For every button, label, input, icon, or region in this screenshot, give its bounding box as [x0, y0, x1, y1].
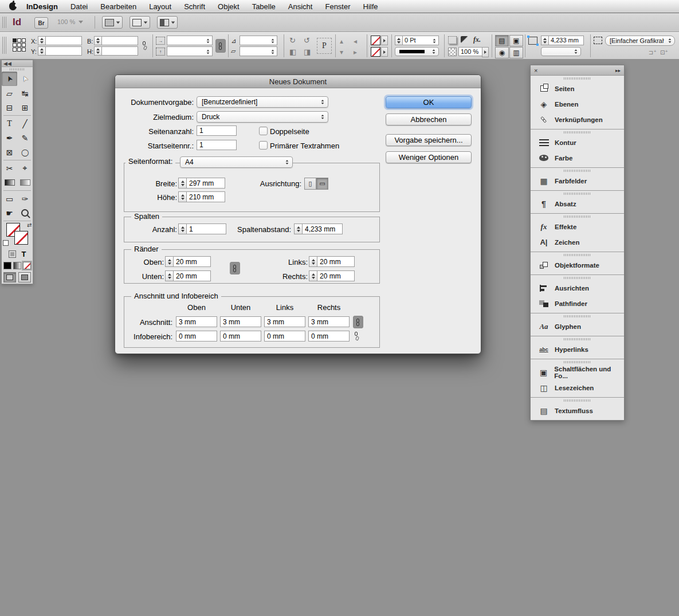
bleed-right-field[interactable]: [308, 316, 350, 327]
menu-layout[interactable]: Layout: [143, 0, 178, 13]
corner-radius-field[interactable]: 4,233 mm: [548, 36, 584, 45]
dialog-title-bar[interactable]: Neues Dokument: [115, 75, 481, 88]
group-grip[interactable]: [531, 130, 624, 135]
wrap-none-button[interactable]: ▤: [495, 35, 509, 46]
apply-gradient-button[interactable]: [13, 262, 21, 269]
content-placer-tool[interactable]: ⊞: [17, 100, 33, 115]
scale-x-field[interactable]: [167, 36, 213, 45]
panel-button-farbfelder[interactable]: ▦Farbfelder: [531, 173, 624, 189]
group-grip[interactable]: [531, 168, 624, 173]
direct-selection-tool[interactable]: ➤: [17, 72, 33, 86]
flip-vertical-icon[interactable]: ◨: [304, 48, 311, 56]
panel-button-objektformate[interactable]: Objektformate: [531, 257, 624, 273]
effects-fx-button[interactable]: fx.: [473, 36, 481, 44]
group-grip[interactable]: [531, 275, 624, 280]
cancel-button[interactable]: Abbrechen: [386, 113, 472, 125]
apply-color-button[interactable]: [3, 262, 11, 269]
group-grip[interactable]: [531, 214, 624, 219]
panel-button-zeichen[interactable]: A|Zeichen: [531, 234, 624, 250]
menu-tabelle[interactable]: Tabelle: [246, 0, 282, 13]
height-stepper[interactable]: [94, 46, 102, 56]
preview-mode-button[interactable]: [18, 272, 31, 283]
gradient-swatch-tool[interactable]: [2, 175, 17, 190]
select-next-object-icon[interactable]: ▸: [354, 48, 357, 56]
quick-apply-icon[interactable]: ⊡⁺: [660, 49, 668, 56]
formatting-affects-container-button[interactable]: [9, 250, 16, 258]
panel-button-schaltflaechen[interactable]: ▣Schaltflächen und Fo...: [531, 364, 624, 380]
panel-button-farbe[interactable]: Farbe: [531, 150, 624, 166]
corner-shape-popup[interactable]: [541, 47, 581, 56]
normal-view-mode-button[interactable]: [3, 272, 16, 283]
note-tool[interactable]: ▭: [2, 191, 17, 206]
y-stepper[interactable]: [38, 46, 46, 56]
swap-fill-stroke-icon[interactable]: ⇄: [27, 222, 32, 228]
margin-right-field[interactable]: [317, 270, 355, 281]
opacity-field[interactable]: 100 %: [458, 47, 482, 56]
page-tool[interactable]: ▱: [2, 86, 17, 100]
control-panel-grip[interactable]: [2, 37, 7, 54]
margin-top-field[interactable]: [173, 256, 211, 267]
panel-button-pathfinder[interactable]: Pathfinder: [531, 296, 624, 311]
bleed-top-field[interactable]: [176, 316, 217, 327]
pencil-tool[interactable]: ✎: [17, 131, 33, 145]
margin-bottom-stepper[interactable]: [165, 270, 174, 281]
expand-panels-icon[interactable]: ▸▸: [615, 68, 621, 73]
ok-button[interactable]: OK: [386, 96, 472, 108]
apply-none-button[interactable]: [23, 262, 31, 269]
formatting-affects-text-button[interactable]: T: [22, 250, 26, 258]
apple-icon[interactable]: [9, 2, 17, 10]
start-page-field[interactable]: [197, 140, 237, 150]
page-height-stepper[interactable]: [178, 191, 187, 202]
panel-button-verknuepfungen[interactable]: Verknüpfungen: [531, 112, 624, 127]
constrain-scale-link-button[interactable]: [215, 39, 226, 53]
appbar-grip[interactable]: [2, 17, 7, 28]
menu-fenster[interactable]: Fenster: [319, 0, 356, 13]
eyedropper-tool[interactable]: ✑: [17, 191, 33, 206]
page-width-stepper[interactable]: [178, 178, 187, 189]
orientation-landscape-button[interactable]: ▭: [316, 178, 328, 190]
reference-point-proxy[interactable]: [13, 38, 26, 52]
panel-button-kontur[interactable]: Kontur: [531, 135, 624, 150]
panel-button-absatz[interactable]: ¶Absatz: [531, 196, 624, 211]
select-content-icon[interactable]: ▴: [340, 37, 343, 45]
content-collector-tool[interactable]: ⊟: [2, 100, 17, 115]
select-container-icon[interactable]: P: [317, 38, 332, 54]
gradient-feather-tool[interactable]: [17, 175, 33, 190]
margin-top-stepper[interactable]: [165, 256, 174, 267]
rectangle-frame-tool[interactable]: ⊠: [2, 145, 17, 159]
group-grip[interactable]: [531, 359, 624, 364]
fill-color-flyout[interactable]: [381, 47, 388, 57]
stroke-color-swatch[interactable]: [371, 36, 380, 45]
panel-button-ebenen[interactable]: ◈Ebenen: [531, 96, 624, 112]
scissors-tool[interactable]: ✂: [2, 161, 17, 175]
drop-shadow-icon[interactable]: [448, 36, 457, 44]
panel-button-seiten[interactable]: Seiten: [531, 81, 624, 96]
opacity-flyout[interactable]: [482, 47, 489, 57]
tools-panel-header[interactable]: ◀◀: [2, 60, 33, 67]
margin-bottom-field[interactable]: [173, 270, 211, 281]
close-icon[interactable]: ×: [534, 67, 537, 74]
y-field[interactable]: [45, 46, 82, 56]
slug-top-field[interactable]: [176, 331, 217, 342]
pen-tool[interactable]: ✒: [2, 131, 17, 145]
select-parent-icon[interactable]: ▾: [340, 48, 343, 56]
rotation-angle-field[interactable]: [240, 36, 277, 45]
free-transform-tool[interactable]: ⌖: [17, 161, 33, 175]
x-field[interactable]: [45, 36, 82, 45]
flip-horizontal-icon[interactable]: ◧: [289, 48, 296, 56]
menu-objekt[interactable]: Objekt: [211, 0, 246, 13]
transparency-icon[interactable]: [461, 36, 468, 43]
group-grip[interactable]: [531, 313, 624, 319]
tools-panel-grip[interactable]: [2, 67, 33, 72]
arrange-documents-button[interactable]: [157, 16, 178, 29]
group-grip[interactable]: [531, 76, 624, 81]
menu-indesign[interactable]: InDesign: [20, 0, 64, 13]
margins-link-button[interactable]: [230, 262, 240, 274]
rotate-cw-icon[interactable]: ↻: [289, 36, 296, 45]
slug-unlink-icon[interactable]: [354, 332, 359, 339]
object-style-popup[interactable]: [Einfacher Grafikrahme...: [605, 36, 675, 46]
selection-tool[interactable]: ➤: [2, 72, 17, 86]
x-stepper[interactable]: [38, 36, 46, 45]
wrap-object-shape-button[interactable]: ◉: [495, 47, 509, 58]
wrap-jump-object-button[interactable]: ▥: [509, 47, 523, 58]
